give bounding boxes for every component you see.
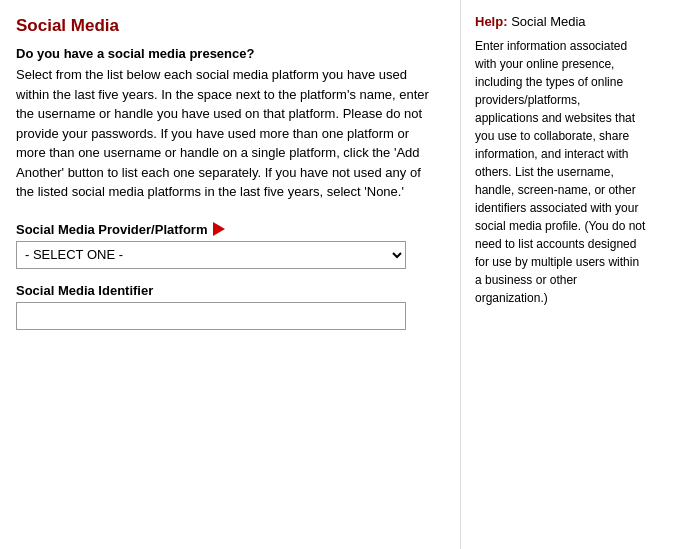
form-section: Social Media Provider/Platform - SELECT … (16, 222, 440, 330)
help-text: Enter information associated with your o… (475, 37, 646, 307)
intro-bold: Do you have a social media presence? (16, 46, 440, 61)
identifier-label: Social Media Identifier (16, 283, 440, 298)
help-title: Help: Social Media (475, 14, 646, 29)
main-content: Social Media Do you have a social media … (0, 0, 460, 549)
provider-field-group: Social Media Provider/Platform - SELECT … (16, 222, 440, 269)
identifier-field-group: Social Media Identifier (16, 283, 440, 330)
page-title: Social Media (16, 16, 440, 36)
required-indicator (213, 222, 225, 236)
identifier-input[interactable] (16, 302, 406, 330)
help-panel: Help: Social Media Enter information ass… (460, 0, 660, 549)
intro-text: Select from the list below each social m… (16, 65, 440, 202)
provider-select[interactable]: - SELECT ONE - Facebook Twitter/X Instag… (16, 241, 406, 269)
provider-label: Social Media Provider/Platform (16, 222, 440, 237)
